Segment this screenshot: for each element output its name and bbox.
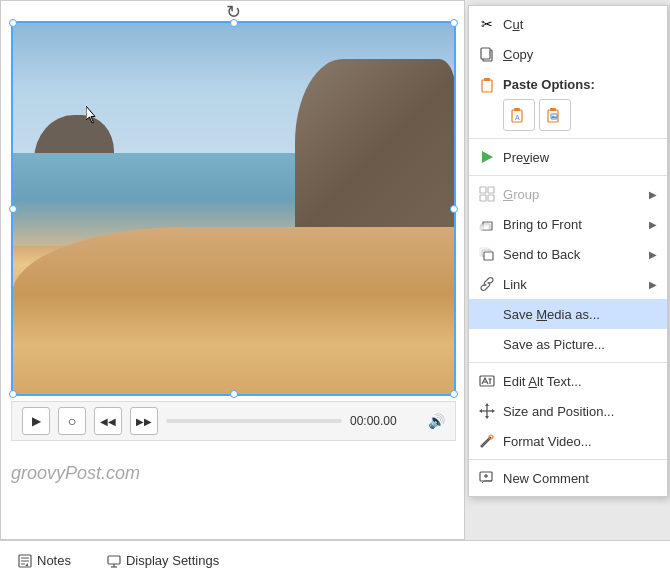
cut-label: Cut [503,17,657,32]
menu-item-new-comment[interactable]: New Comment [469,463,667,493]
svg-marker-27 [485,403,489,406]
size-position-icon [477,401,497,421]
svg-rect-41 [108,556,120,564]
preview-icon [477,147,497,167]
menu-item-edit-alt-text[interactable]: Edit Alt Text... [469,366,667,396]
display-settings-button[interactable]: Display Settings [99,549,227,572]
svg-marker-40 [25,563,28,566]
copy-icon [477,44,497,64]
svg-rect-3 [484,78,490,81]
save-media-label: Save Media as... [503,307,657,322]
svg-rect-13 [480,195,486,201]
paste-keep-format-button[interactable]: A [503,99,535,131]
sand-bg [12,227,455,395]
link-arrow: ▶ [649,279,657,290]
format-video-label: Format Video... [503,434,657,449]
bottom-bar: Notes Display Settings [0,540,670,580]
group-label: Group [503,187,649,202]
save-media-icon [477,304,497,324]
new-comment-label: New Comment [503,471,657,486]
link-label: Link [503,277,649,292]
send-to-back-label: Send to Back [503,247,649,262]
save-as-picture-label: Save as Picture... [503,337,657,352]
paste-icon [477,75,497,95]
context-menu: ✂ Cut Copy Paste Options: A [468,5,668,497]
menu-item-save-as-picture[interactable]: Save as Picture... [469,329,667,359]
svg-rect-8 [550,108,556,111]
separator-1 [469,138,667,139]
display-settings-icon [107,554,121,568]
play-button[interactable]: ▶ [22,407,50,435]
svg-rect-5 [514,108,520,111]
notes-label: Notes [37,553,71,568]
preview-label: Preview [503,150,657,165]
svg-marker-10 [482,151,493,163]
link-icon [477,274,497,294]
save-picture-icon [477,334,497,354]
alt-text-icon [477,371,497,391]
svg-rect-2 [482,80,492,92]
menu-item-preview[interactable]: Preview [469,142,667,172]
separator-4 [469,459,667,460]
svg-rect-1 [481,48,490,59]
group-arrow: ▶ [649,189,657,200]
menu-item-group[interactable]: Group ▶ [469,179,667,209]
edit-alt-text-label: Edit Alt Text... [503,374,657,389]
svg-rect-11 [480,187,486,193]
svg-line-32 [481,446,482,447]
menu-item-size-and-position[interactable]: Size and Position... [469,396,667,426]
watermark-text: groovyPost.com [11,463,140,484]
menu-item-save-media-as[interactable]: Save Media as... [469,299,667,329]
svg-marker-30 [492,409,495,413]
video-element[interactable] [11,21,456,396]
svg-text:A: A [515,114,520,121]
size-position-label: Size and Position... [503,404,657,419]
notes-button[interactable]: Notes [10,549,79,572]
menu-item-cut[interactable]: ✂ Cut [469,9,667,39]
svg-marker-28 [485,416,489,419]
paste-picture-button[interactable] [539,99,571,131]
rotation-handle[interactable]: ↻ [226,1,242,17]
paste-options-row: A [469,97,667,135]
svg-rect-14 [488,195,494,201]
group-icon [477,184,497,204]
copy-label: Copy [503,47,657,62]
volume-icon[interactable]: 🔊 [428,413,445,429]
format-video-icon [477,431,497,451]
progress-bar[interactable] [166,419,342,423]
new-comment-icon [477,468,497,488]
cut-icon: ✂ [477,14,497,34]
display-settings-label: Display Settings [126,553,219,568]
menu-item-format-video[interactable]: Format Video... [469,426,667,456]
video-controls-bar: ▶ ○ ◀◀ ▶▶ 00:00.00 🔊 [11,401,456,441]
menu-item-copy[interactable]: Copy [469,39,667,69]
send-to-back-icon [477,244,497,264]
bring-to-front-label: Bring to Front [503,217,649,232]
menu-item-link[interactable]: Link ▶ [469,269,667,299]
svg-rect-17 [480,226,489,230]
time-display: 00:00.00 [350,414,420,428]
svg-rect-20 [484,252,493,260]
send-to-back-arrow: ▶ [649,249,657,260]
bring-to-front-icon [477,214,497,234]
circle-button[interactable]: ○ [58,407,86,435]
notes-icon [18,554,32,568]
slide-canvas: ↻ ▶ ○ ◀◀ ▶▶ 00:00.00 🔊 groovyPost.com [0,0,465,540]
paste-options-header: Paste Options: [469,69,667,97]
svg-marker-29 [479,409,482,413]
prev-button[interactable]: ◀◀ [94,407,122,435]
next-button[interactable]: ▶▶ [130,407,158,435]
separator-2 [469,175,667,176]
separator-3 [469,362,667,363]
menu-item-send-to-back[interactable]: Send to Back ▶ [469,239,667,269]
svg-rect-12 [488,187,494,193]
paste-options-label: Paste Options: [503,77,595,92]
bring-to-front-arrow: ▶ [649,219,657,230]
menu-item-bring-to-front[interactable]: Bring to Front ▶ [469,209,667,239]
